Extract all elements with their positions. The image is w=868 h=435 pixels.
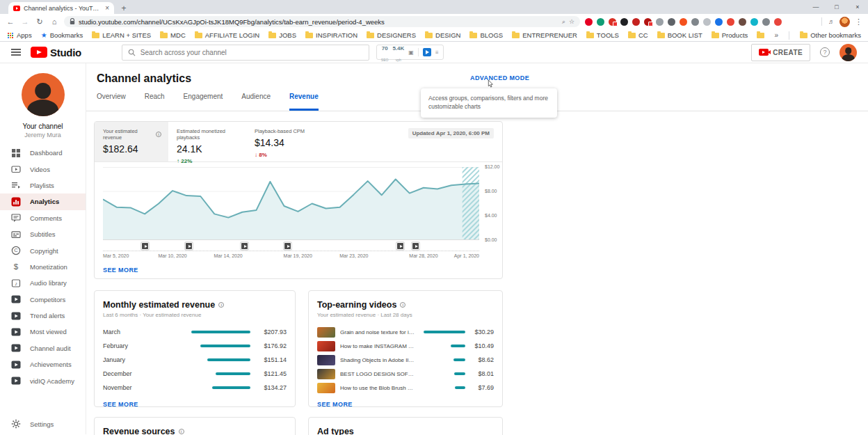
forward-icon[interactable]: → xyxy=(20,17,30,26)
monthly-row-february[interactable]: February$176.92 xyxy=(95,339,295,353)
extension-icon[interactable] xyxy=(632,18,640,26)
tab-engagement[interactable]: Engagement xyxy=(184,93,223,111)
youtube-studio-logo[interactable]: Studio xyxy=(31,47,81,58)
refresh-icon[interactable]: ↻ xyxy=(35,17,45,26)
sidebar-item-competitors[interactable]: Competitors xyxy=(0,292,86,308)
browser-tab[interactable]: Channel analytics - YouTube Stu × xyxy=(8,2,114,14)
sidebar-item-dashboard[interactable]: Dashboard xyxy=(0,145,86,161)
extension-icon[interactable] xyxy=(644,18,652,26)
bookmark-products[interactable]: Products xyxy=(712,31,748,39)
extension-icon[interactable] xyxy=(715,18,723,26)
bookmark-design[interactable]: DESIGN xyxy=(425,31,460,39)
vidiq-logo-icon[interactable] xyxy=(423,48,431,56)
extension-icon[interactable] xyxy=(739,18,746,26)
bookmarks-overflow-chevron-icon[interactable]: » xyxy=(775,31,779,39)
info-icon[interactable]: i xyxy=(156,132,161,137)
sidebar-item-trend-alerts[interactable]: Trend alerts xyxy=(0,308,86,324)
video-marker-icon[interactable] xyxy=(241,242,248,250)
help-icon[interactable]: ? xyxy=(820,47,830,57)
tab-reach[interactable]: Reach xyxy=(145,93,165,111)
sidebar-item-copyright[interactable]: CCopyright xyxy=(0,242,86,258)
extension-icon[interactable] xyxy=(597,18,604,26)
advanced-mode-link[interactable]: ADVANCED MODE xyxy=(470,74,529,81)
channel-avatar[interactable] xyxy=(22,73,65,116)
bookmark-inspiration[interactable]: INSPIRATION xyxy=(305,31,357,39)
metric-monetized-playbacks[interactable]: Estimated monetized playbacks 24.1K ↑ 22… xyxy=(168,122,246,161)
see-more-link[interactable]: SEE MORE xyxy=(317,401,353,407)
extension-icon[interactable] xyxy=(585,18,593,26)
media-list-icon[interactable]: ♬ xyxy=(828,18,835,25)
sidebar-item-subtitles[interactable]: Subtitles xyxy=(0,226,86,242)
bookmark-blogs[interactable]: BLOGS xyxy=(469,31,503,39)
extension-icon[interactable] xyxy=(691,18,699,26)
sidebar-item-analytics[interactable]: Analytics xyxy=(0,193,86,209)
extension-icon[interactable] xyxy=(680,18,687,26)
monthly-row-march[interactable]: March$207.93 xyxy=(95,325,295,339)
tab-overview[interactable]: Overview xyxy=(97,93,126,111)
maximize-button[interactable]: □ xyxy=(826,0,847,14)
bookmark-book-list[interactable]: BOOK LIST xyxy=(657,31,702,39)
bookmark-designers[interactable]: DESIGNERS xyxy=(367,31,416,39)
top-video-row[interactable]: BEST LOGO DESIGN SOFTWARE 2020$8.01 xyxy=(309,367,502,381)
video-marker-icon[interactable] xyxy=(284,242,291,250)
extension-icon[interactable] xyxy=(609,18,616,26)
extension-icon[interactable] xyxy=(620,18,628,26)
home-icon[interactable]: ⌂ xyxy=(49,17,59,26)
see-more-link[interactable]: SEE MORE xyxy=(103,267,138,274)
sidebar-item-audio-library[interactable]: ♪Audio library xyxy=(0,275,86,291)
monthly-row-november[interactable]: November$134.27 xyxy=(95,381,295,395)
video-marker-icon[interactable] xyxy=(396,242,404,250)
sidebar-item-settings[interactable]: Settings xyxy=(0,416,86,432)
create-button[interactable]: CREATE xyxy=(751,44,810,61)
sidebar-item-comments[interactable]: Comments xyxy=(0,210,86,226)
metric-estimated-revenue[interactable]: Your estimated revenuei $182.64 xyxy=(95,122,168,161)
channel-search[interactable] xyxy=(122,45,369,61)
bookmark-bookmarks[interactable]: ★Bookmarks xyxy=(41,31,83,39)
sidebar-item-achievements[interactable]: Achievements xyxy=(0,356,86,372)
sidebar-item-monetization[interactable]: $Monetization xyxy=(0,259,86,275)
bookmark-star-icon[interactable]: ☆ xyxy=(569,18,574,25)
extension-icon[interactable] xyxy=(656,18,664,26)
bookmark-jobs[interactable]: JOBS xyxy=(268,31,296,39)
other-bookmarks[interactable]: Other bookmarks xyxy=(800,31,861,39)
bookmark-mdc[interactable]: MDC xyxy=(160,31,186,39)
bookmark-tools[interactable]: TOOLS xyxy=(586,31,619,39)
new-tab-button[interactable]: + xyxy=(117,3,131,14)
monthly-row-december[interactable]: December$121.45 xyxy=(95,367,295,381)
video-marker-icon[interactable] xyxy=(185,242,193,250)
video-marker-icon[interactable] xyxy=(412,242,419,250)
bookmark-affiliate-login[interactable]: AFFILIATE LOGIN xyxy=(195,31,259,39)
top-video-row[interactable]: Shading Objects in Adobe Illustrator CC$… xyxy=(309,353,502,367)
extension-icon[interactable] xyxy=(703,18,711,26)
address-bar[interactable]: studio.youtube.com/channel/UCsKxAGJpOi-t… xyxy=(64,16,580,27)
hamburger-menu-icon[interactable] xyxy=(11,49,21,56)
sidebar-item-most-viewed[interactable]: Most viewed xyxy=(0,324,86,340)
info-icon[interactable]: i xyxy=(179,429,184,434)
vidiq-toolbar-widget[interactable]: 70SEO 5.4Kvph ▣ ≡ xyxy=(376,45,444,60)
metric-playback-cpm[interactable]: Playback-based CPM $14.34 ↓ 8% xyxy=(246,122,337,161)
see-more-link[interactable]: SEE MORE xyxy=(103,401,138,407)
extension-icon[interactable] xyxy=(727,18,734,26)
info-icon[interactable]: i xyxy=(400,302,405,308)
revenue-chart[interactable]: $12.00$8.00$4.00$0.00 xyxy=(103,167,479,240)
sidebar-item-videos[interactable]: Videos xyxy=(0,161,86,177)
browser-profile-avatar[interactable] xyxy=(839,17,850,27)
extension-icon[interactable] xyxy=(668,18,675,26)
extension-icon[interactable] xyxy=(750,18,758,26)
browser-menu-icon[interactable]: ⋮ xyxy=(855,17,862,26)
sidebar-item-playlists[interactable]: Playlists xyxy=(0,177,86,193)
minimize-button[interactable]: — xyxy=(805,0,826,14)
top-video-row[interactable]: How to make INSTAGRAM CAROUSELS - Il..$1… xyxy=(309,339,502,353)
sidebar-item-channel-audit[interactable]: Channel audit xyxy=(0,340,86,356)
sidebar-item-vidiq-academy[interactable]: vidIQ Academy xyxy=(0,372,86,388)
top-video-row[interactable]: Grain and noise texture for illustration… xyxy=(309,325,502,339)
bookmark-entreprenuer[interactable]: ENTREPRENUER xyxy=(512,31,577,39)
close-button[interactable]: × xyxy=(847,0,868,14)
account-avatar[interactable] xyxy=(839,44,857,61)
extension-icon[interactable] xyxy=(774,18,782,26)
tab-revenue[interactable]: Revenue xyxy=(289,93,319,111)
bookmark-apps[interactable]: Apps xyxy=(7,31,32,39)
list-icon[interactable]: ≡ xyxy=(435,49,439,56)
top-video-row[interactable]: How to use the Blob Brush Tool in Adobe … xyxy=(309,381,502,395)
back-icon[interactable]: ← xyxy=(6,17,15,26)
